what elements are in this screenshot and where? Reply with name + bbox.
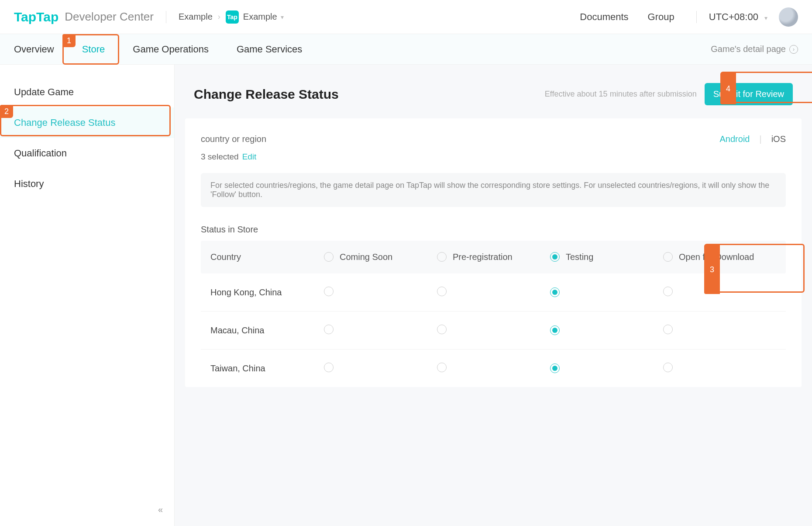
edit-regions-link[interactable]: Edit [242,152,257,162]
platform-tabs: Android | iOS [720,134,786,144]
breadcrumb-app[interactable]: Example [243,12,277,22]
radio-icon [324,252,334,262]
radio-icon [324,363,334,372]
status-section: Status in Store Country Coming Soon Pre-… [201,225,786,387]
status-label: Status in Store [201,225,786,235]
status-radio-cell[interactable] [663,325,776,336]
country-cell: Taiwan, China [210,363,324,374]
radio-icon [437,287,447,296]
radio-icon [324,325,334,334]
collapse-sidebar-icon[interactable]: « [158,505,163,515]
logo[interactable]: TapTap [14,10,58,24]
sidebar-item-history[interactable]: History [0,169,174,199]
status-radio-cell[interactable] [663,363,776,374]
radio-icon [550,287,560,297]
arrow-right-circle-icon: › [789,45,798,54]
col-open-for-download[interactable]: Open for Download [663,252,776,262]
radio-icon [437,363,447,372]
sidebar-item-update-game[interactable]: Update Game [0,77,174,107]
table-row: Taiwan, China [201,350,786,387]
radio-icon [437,252,447,262]
status-radio-cell[interactable] [324,325,437,336]
col-testing[interactable]: Testing [550,252,663,262]
info-banner: For selected countries/regions, the game… [201,173,786,207]
status-radio-cell[interactable] [437,363,550,374]
tab-store[interactable]: Store [82,44,105,55]
status-radio-cell[interactable] [550,287,663,297]
card: country or region 3 selected Edit Androi… [185,118,802,387]
status-radio-cell[interactable] [324,363,437,374]
radio-icon [550,252,560,262]
country-cell: Hong Kong, China [210,287,324,298]
timezone-select[interactable]: UTC+08:00 ▾ [709,11,767,23]
radio-icon [550,325,560,335]
selected-count: 3 selected [201,152,239,162]
nav-group[interactable]: Group [648,11,674,23]
radio-icon [437,325,447,334]
divider [696,11,697,23]
col-coming-soon[interactable]: Coming Soon [324,252,437,262]
platform-tab-ios[interactable]: iOS [771,134,786,144]
caret-down-icon[interactable]: ▾ [281,14,284,21]
status-radio-cell[interactable] [437,325,550,336]
radio-icon [663,287,673,296]
chevron-right-icon: › [218,12,220,21]
breadcrumb-org[interactable]: Example [179,12,213,22]
page-title: Change Release Status [194,87,339,102]
radio-icon [663,325,673,334]
sidebar-item-change-release-status[interactable]: Change Release Status [0,107,174,138]
status-radio-cell[interactable] [550,363,663,373]
radio-icon [663,363,673,372]
nav-documents[interactable]: Documents [580,11,628,23]
col-country: Country [210,252,324,262]
status-radio-cell[interactable] [663,287,776,298]
radio-icon [550,363,560,373]
status-radio-cell[interactable] [437,287,550,298]
status-radio-cell[interactable] [550,325,663,335]
header: TapTap Developer Center Example › Tap Ex… [0,0,812,34]
sidebar-item-qualification[interactable]: Qualification [0,138,174,169]
caret-down-icon: ▾ [764,14,767,21]
tab-game-services[interactable]: Game Services [237,44,302,55]
country-cell: Macau, China [210,325,324,336]
sidebar: Update Game Change Release Status Qualif… [0,65,175,526]
divider: | [759,134,761,144]
header-title: Developer Center [65,10,154,24]
status-grid-header: Country Coming Soon Pre-registration Tes… [201,241,786,273]
tab-overview[interactable]: Overview [14,44,54,55]
avatar[interactable] [779,7,798,27]
effective-note: Effective about 15 minutes after submiss… [545,90,697,99]
table-row: Macau, China [201,311,786,350]
divider [166,11,166,23]
region-label: country or region [201,134,720,144]
tab-bar: Overview Store Game Operations Game Serv… [0,34,812,65]
status-radio-cell[interactable] [324,287,437,298]
tab-game-operations[interactable]: Game Operations [133,44,209,55]
game-detail-link-label: Game's detail page [711,44,786,54]
table-row: Hong Kong, China [201,273,786,311]
game-detail-link[interactable]: Game's detail page › [711,44,798,54]
app-badge: Tap [226,10,239,24]
submit-for-review-button[interactable]: Submit for Review [705,83,793,105]
radio-icon [324,287,334,296]
platform-tab-android[interactable]: Android [720,134,750,144]
radio-icon [663,252,673,262]
region-section: country or region 3 selected Edit Androi… [201,134,786,207]
col-pre-registration[interactable]: Pre-registration [437,252,550,262]
main: Change Release Status Effective about 15… [175,65,812,526]
